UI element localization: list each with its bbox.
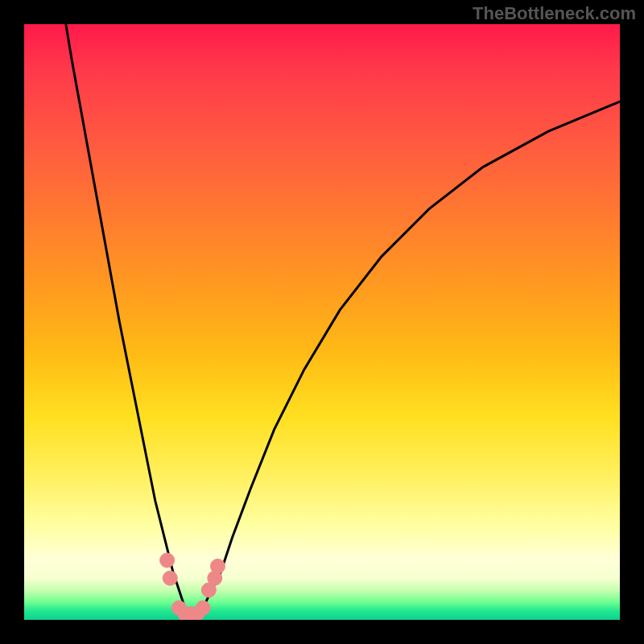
- bottleneck-curve: [66, 24, 620, 614]
- data-markers: [160, 553, 225, 620]
- watermark-text: TheBottleneck.com: [473, 3, 636, 24]
- curve-svg: [24, 24, 620, 620]
- svg-point-9: [211, 559, 225, 573]
- chart-container: TheBottleneck.com: [0, 0, 644, 644]
- svg-point-6: [196, 601, 210, 615]
- plot-area: [24, 24, 620, 620]
- svg-point-1: [163, 571, 177, 585]
- svg-point-0: [160, 553, 175, 568]
